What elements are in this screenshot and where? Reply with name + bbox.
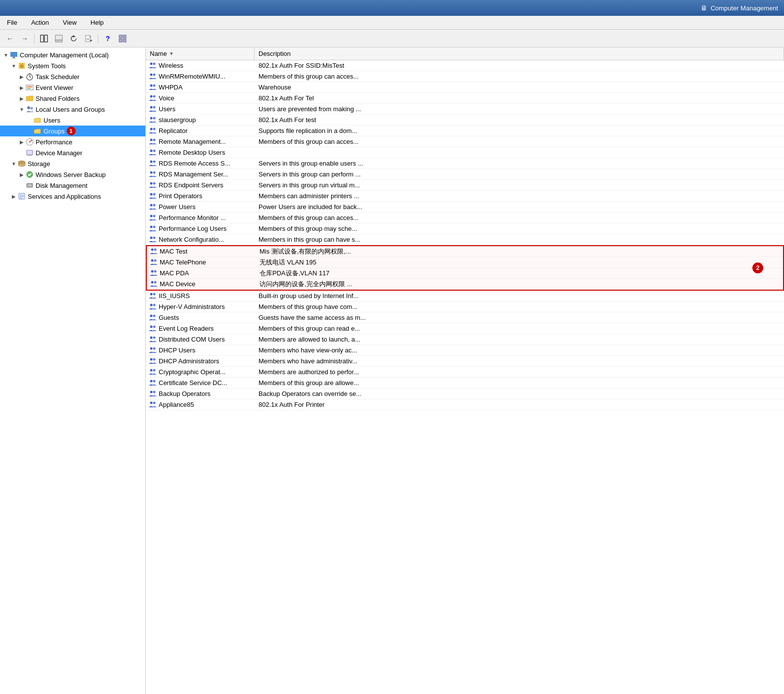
view-button[interactable]: [116, 32, 130, 45]
sidebar-item-disk-mgmt[interactable]: Disk Management: [0, 180, 145, 191]
back-button[interactable]: ←: [3, 32, 17, 45]
table-row[interactable]: Network Configuratio...Members in this g…: [146, 234, 784, 245]
svg-rect-1: [44, 35, 47, 42]
svg-point-90: [150, 314, 153, 317]
table-row[interactable]: Cryptographic Operat...Members are autho…: [146, 367, 784, 378]
up-button[interactable]: [52, 32, 66, 45]
export-button[interactable]: [82, 32, 95, 45]
col-header-name[interactable]: Name ▼: [146, 47, 255, 60]
menu-view[interactable]: View: [60, 18, 80, 27]
sidebar-item-win-server-backup[interactable]: ▶ Windows Server Backup: [0, 169, 145, 180]
svg-point-102: [150, 380, 153, 382]
sidebar-item-performance[interactable]: ▶ Performance: [0, 136, 145, 147]
table-row[interactable]: IIS_IUSRSBuilt-in group used by Internet…: [146, 291, 784, 302]
show-hide-button[interactable]: [37, 32, 51, 45]
table-row[interactable]: MAC TelePhone无线电话 VLAN 195: [147, 257, 783, 268]
table-row[interactable]: Performance Monitor ...Members of this g…: [146, 213, 784, 223]
table-row[interactable]: Distributed COM UsersMembers are allowed…: [146, 334, 784, 345]
svg-point-65: [153, 171, 156, 174]
table-row[interactable]: Appliance85802.1x Auth For Printer: [146, 399, 784, 410]
table-row[interactable]: Wireless802.1x Auth For SSID:MisTest: [146, 60, 784, 71]
table-row[interactable]: Print OperatorsMembers can administer pr…: [146, 191, 784, 202]
sidebar: ▼ Computer Management (Local) ▼ ⚙ System…: [0, 47, 146, 694]
svg-point-69: [153, 193, 156, 195]
sidebar-item-users[interactable]: Users: [0, 115, 145, 126]
table-row[interactable]: UsersUsers are prevented from making ...: [146, 104, 784, 115]
cell-name: WHPDA: [146, 83, 255, 92]
svg-point-71: [153, 204, 156, 206]
sidebar-item-groups[interactable]: Groups 1: [0, 126, 145, 136]
svg-point-70: [150, 204, 153, 206]
sidebar-item-system-tools[interactable]: ▼ ⚙ System Tools: [0, 60, 145, 71]
table-row[interactable]: DHCP AdministratorsMembers who have admi…: [146, 356, 784, 367]
row-name: Performance Monitor ...: [159, 214, 226, 221]
cell-description: Mis 测试设备,有限的内网权限,...: [256, 246, 783, 257]
svg-point-84: [151, 281, 154, 283]
row-name: Replicator: [159, 127, 188, 134]
table-row[interactable]: RDS Remote Access S...Servers in this gr…: [146, 158, 784, 169]
sidebar-item-task-scheduler[interactable]: ▶ Task Scheduler: [0, 71, 145, 82]
col-header-description[interactable]: Description: [255, 47, 784, 60]
table-row[interactable]: DHCP UsersMembers who have view-only ac.…: [146, 345, 784, 356]
table-row[interactable]: Hyper-V AdministratorsMembers of this gr…: [146, 302, 784, 312]
row-name: WinRMRemoteWMIU...: [159, 73, 225, 80]
svg-point-64: [150, 171, 153, 174]
svg-point-44: [150, 62, 153, 65]
sidebar-label: Groups: [44, 128, 65, 135]
table-row[interactable]: Backup OperatorsBackup Operators can ove…: [146, 389, 784, 399]
group-icon: [149, 292, 157, 300]
refresh-button[interactable]: [67, 32, 81, 45]
sidebar-item-computer-mgmt[interactable]: ▼ Computer Management (Local): [0, 49, 145, 60]
sidebar-item-local-users[interactable]: ▼ Local Users and Groups: [0, 104, 145, 115]
cell-name: Wireless: [146, 61, 255, 71]
title-text: Computer Management: [710, 4, 778, 12]
table-row[interactable]: Voice802.1x Auth For Tel: [146, 93, 784, 104]
cell-description: 仓库PDA设备,VLAN 117: [256, 268, 783, 279]
sidebar-item-services-apps[interactable]: ▶ Services and Applications: [0, 191, 145, 202]
cell-description: Users are prevented from making ...: [255, 104, 784, 114]
table-row[interactable]: Power UsersPower Users are included for …: [146, 202, 784, 213]
sidebar-item-device-manager[interactable]: Device Manager: [0, 147, 145, 158]
table-row[interactable]: MAC TestMis 测试设备,有限的内网权限,...: [147, 246, 783, 257]
cell-name: Appliance85: [146, 400, 255, 410]
table-row[interactable]: MAC PDA仓库PDA设备,VLAN 117: [147, 268, 783, 279]
menu-file[interactable]: File: [4, 18, 20, 27]
sidebar-item-shared-folders[interactable]: ▶ Shared Folders: [0, 93, 145, 104]
svg-point-79: [154, 248, 157, 251]
table-row[interactable]: Remote Desktop Users: [146, 147, 784, 158]
table-row[interactable]: GuestsGuests have the same access as m..…: [146, 312, 784, 323]
menu-action[interactable]: Action: [28, 18, 52, 27]
table-row[interactable]: WHPDAWarehouse: [146, 82, 784, 93]
svg-rect-13: [123, 39, 126, 42]
table-row[interactable]: Event Log ReadersMembers of this group c…: [146, 323, 784, 334]
sidebar-item-event-viewer[interactable]: ▶ Event Viewer: [0, 82, 145, 93]
badge-1: 1: [67, 127, 76, 135]
table-row[interactable]: ReplicatorSupports file replication in a…: [146, 126, 784, 136]
svg-point-72: [150, 215, 153, 217]
table-row[interactable]: WinRMRemoteWMIU...Members of this group …: [146, 71, 784, 82]
cell-description: Members of this group have com...: [255, 302, 784, 311]
help-button[interactable]: ?: [101, 32, 115, 45]
table-row[interactable]: slausergroup802.1x Auth For test: [146, 115, 784, 126]
row-name: Power Users: [159, 203, 195, 211]
table-row[interactable]: Certificate Service DC...Members of this…: [146, 378, 784, 389]
table-row[interactable]: RDS Endpoint ServersServers in this grou…: [146, 180, 784, 191]
expand-arrow-task: ▶: [18, 73, 26, 81]
svg-rect-14: [10, 52, 17, 57]
svg-point-51: [153, 95, 156, 97]
table-row[interactable]: RDS Management Ser...Servers in this gro…: [146, 169, 784, 180]
row-name: MAC TelePhone: [160, 259, 206, 266]
disk-icon: [26, 181, 34, 189]
forward-button[interactable]: →: [18, 32, 32, 45]
menu-help[interactable]: Help: [87, 18, 107, 27]
table-row[interactable]: MAC Device访问内网的设备,完全内网权限 ...: [147, 279, 783, 290]
table-row[interactable]: Remote Management...Members of this grou…: [146, 136, 784, 147]
svg-point-73: [153, 215, 156, 217]
svg-rect-15: [13, 57, 15, 58]
sidebar-item-storage[interactable]: ▼ Storage: [0, 158, 145, 169]
cell-name: Voice: [146, 93, 255, 103]
cell-description: 802.1x Auth For Printer: [255, 400, 784, 409]
table-row[interactable]: Performance Log UsersMembers of this gro…: [146, 223, 784, 234]
sort-indicator: ▼: [169, 51, 174, 56]
cell-name: DHCP Users: [146, 346, 255, 355]
